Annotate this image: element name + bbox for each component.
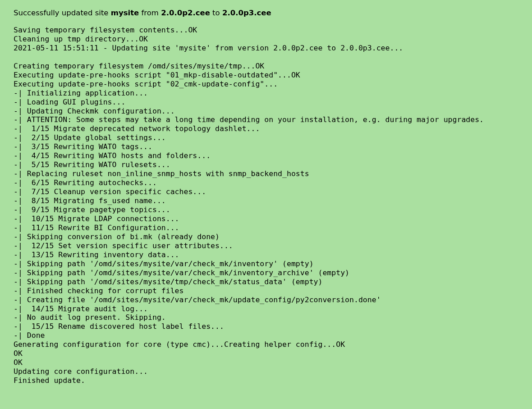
log-line: -| 13/15 Rewriting inventory data... — [14, 250, 518, 259]
log-line: 2021-05-11 15:51:11 - Updating site 'mys… — [14, 44, 518, 53]
log-line: -| 7/15 Cleanup version specific caches.… — [14, 187, 518, 196]
log-line: -| Skipping path '/omd/sites/mysite/tmp/… — [14, 277, 518, 286]
header-from-version: 2.0.0p2.cee — [161, 9, 210, 17]
log-line: -| 6/15 Rewriting autochecks... — [14, 178, 518, 187]
log-line: -| Creating file '/omd/sites/mysite/var/… — [14, 295, 518, 304]
log-line: -| Loading GUI plugins... — [14, 98, 518, 107]
header-prefix: Successfully updated site — [14, 9, 111, 17]
log-line: Generating configuration for core (type … — [14, 340, 518, 349]
log-line: -| No audit log present. Skipping. — [14, 313, 518, 322]
log-line: Creating temporary filesystem /omd/sites… — [14, 62, 518, 71]
log-line: -| Finished checking for corrupt files — [14, 286, 518, 295]
log-line: -| 11/15 Rewrite BI Configuration... — [14, 223, 518, 232]
update-header: Successfully updated site mysite from 2.… — [14, 9, 518, 18]
log-line: -| 15/15 Rename discovered host label fi… — [14, 322, 518, 331]
log-line: -| Replacing ruleset non_inline_snmp_hos… — [14, 169, 518, 178]
header-to-word: to — [210, 9, 222, 17]
log-line: -| Initializing application... — [14, 89, 518, 98]
log-line: -| ATTENTION: Some steps may take a long… — [14, 115, 518, 124]
log-line: -| 9/15 Migrate pagetype topics... — [14, 205, 518, 214]
log-line — [14, 53, 518, 62]
log-line: -| Skipping path '/omd/sites/mysite/var/… — [14, 268, 518, 277]
log-line: Cleaning up tmp directory...OK — [14, 35, 518, 44]
log-line: -| 2/15 Update global settings... — [14, 133, 518, 142]
log-line: -| Skipping conversion of bi.mk (already… — [14, 232, 518, 241]
log-line: OK — [14, 349, 518, 358]
log-line: -| Done — [14, 331, 518, 340]
log-line: OK — [14, 358, 518, 367]
log-line: Finished update. — [14, 376, 518, 385]
log-line: Saving temporary filesystem contents...O… — [14, 26, 518, 35]
header-to-version: 2.0.0p3.cee — [222, 9, 271, 17]
log-line: -| Skipping path '/omd/sites/mysite/var/… — [14, 259, 518, 268]
log-line: -| 14/15 Migrate audit log... — [14, 304, 518, 314]
log-line: Executing update-pre-hooks script "01_mk… — [14, 71, 518, 80]
log-line: -| 12/15 Set version specific user attri… — [14, 241, 518, 250]
log-line: -| 3/15 Rewriting WATO tags... — [14, 142, 518, 151]
log-line: -| 4/15 Rewriting WATO hosts and folders… — [14, 151, 518, 160]
log-line: -| 8/15 Migrating fs_used name... — [14, 196, 518, 205]
update-log: Saving temporary filesystem contents...O… — [14, 26, 518, 385]
header-mid: from — [139, 9, 161, 17]
log-line: -| 1/15 Migrate deprecated network topol… — [14, 124, 518, 133]
log-line: -| 5/15 Rewriting WATO rulesets... — [14, 160, 518, 169]
log-line: Updating core configuration... — [14, 367, 518, 376]
header-site: mysite — [111, 9, 139, 17]
log-line: Executing update-pre-hooks script "02_cm… — [14, 80, 518, 89]
log-line: -| Updating Checkmk configuration... — [14, 107, 518, 116]
log-line: -| 10/15 Migrate LDAP connections... — [14, 214, 518, 223]
